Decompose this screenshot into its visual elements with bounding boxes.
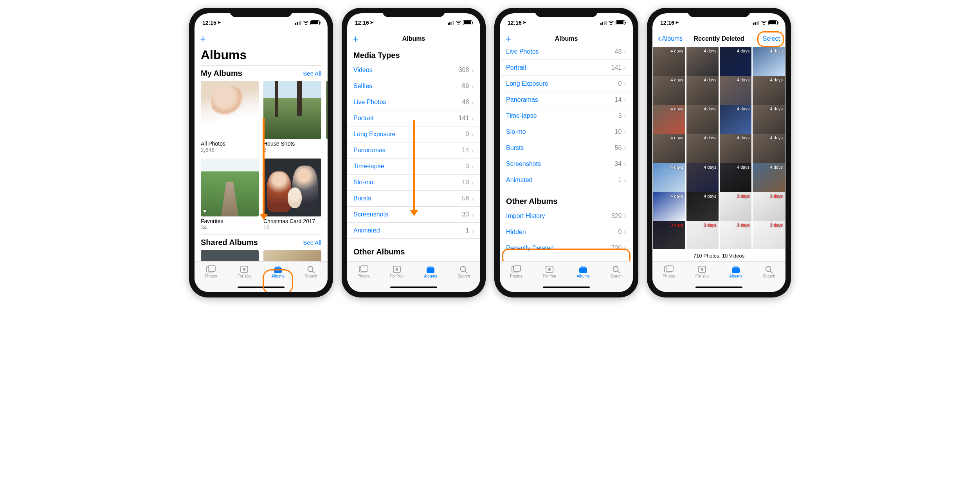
album-tile[interactable]	[263, 250, 321, 261]
tab-for-you[interactable]: For You	[695, 265, 709, 278]
photo-tile[interactable]: 3 days	[753, 192, 785, 224]
tab-for-you[interactable]: For You	[238, 265, 251, 278]
tab-search[interactable]: Search	[610, 265, 623, 278]
home-indicator[interactable]	[238, 287, 285, 288]
album-tile[interactable]: ♥ Favorites 34	[201, 159, 259, 231]
content-area[interactable]: 4 days4 days4 days4 days4 days4 days4 da…	[652, 47, 785, 261]
photo-tile[interactable]: 4 days	[653, 163, 685, 195]
home-indicator[interactable]	[543, 287, 590, 288]
album-tile[interactable]: House Shots 6	[263, 81, 321, 153]
see-all-button[interactable]: See All	[303, 239, 321, 246]
wifi-icon	[303, 20, 309, 26]
tab-albums[interactable]: Albums	[424, 265, 437, 278]
tab-search[interactable]: Search	[763, 265, 775, 278]
chevron-right-icon: ›	[624, 48, 627, 56]
photo-tile[interactable]: 3 days	[753, 221, 785, 249]
list-row[interactable]: Animated1 ›	[347, 223, 480, 239]
photo-tile[interactable]: 4 days	[686, 47, 719, 79]
row-count: 56 ›	[462, 195, 474, 202]
photo-tile[interactable]: 4 days	[720, 76, 752, 108]
days-badge: 3 days	[704, 223, 716, 227]
add-button[interactable]: +	[505, 34, 511, 44]
photo-tile[interactable]: 3 days	[720, 192, 752, 224]
photo-tile[interactable]: 4 days	[653, 134, 685, 166]
photo-tile[interactable]: 3 days	[653, 221, 685, 249]
tab-photos[interactable]: Photos	[357, 265, 369, 278]
tab-albums[interactable]: Albums	[271, 265, 284, 278]
list-row[interactable]: Portrait141 ›	[500, 60, 633, 76]
album-tile[interactable]: Christmas Card 2017 16	[263, 159, 321, 231]
album-tile[interactable]: All Photos 2,646	[201, 81, 259, 153]
tab-photos[interactable]: Photos	[663, 265, 675, 278]
list-row[interactable]: Live Photos48 ›	[347, 94, 480, 110]
photo-tile[interactable]: 4 days	[686, 192, 719, 224]
wifi-icon	[456, 20, 461, 26]
tab-for-you[interactable]: For You	[543, 265, 556, 278]
home-indicator[interactable]	[695, 287, 742, 288]
list-row[interactable]: Animated1 ›	[500, 172, 633, 188]
list-row[interactable]: Long Exposure0 ›	[500, 76, 633, 92]
tab-photos[interactable]: Photos	[510, 265, 522, 278]
photo-tile[interactable]: 4 days	[720, 105, 752, 137]
tab-for-you[interactable]: For You	[390, 265, 404, 278]
list-row[interactable]: Videos308 ›	[347, 62, 480, 78]
album-tile-partial[interactable]	[326, 81, 328, 153]
photo-tile[interactable]: 4 days	[686, 134, 719, 166]
select-button[interactable]: Select	[763, 35, 780, 42]
list-row[interactable]: Time-lapse3 ›	[500, 108, 633, 124]
photo-tile[interactable]: 3 days	[720, 221, 752, 249]
add-button[interactable]: +	[200, 34, 206, 44]
photo-tile[interactable]: 4 days	[653, 105, 685, 137]
tab-albums[interactable]: Albums	[729, 265, 742, 278]
photo-tile[interactable]: 4 days	[686, 163, 719, 195]
status-time: 12:16	[355, 20, 369, 26]
list-row[interactable]: Recently Deleted720 ›	[500, 240, 633, 256]
row-label: Screenshots	[506, 160, 541, 168]
tab-albums[interactable]: Albums	[576, 265, 589, 278]
chevron-right-icon: ›	[471, 211, 474, 218]
notch	[230, 8, 292, 17]
list-row[interactable]: Bursts56 ›	[500, 140, 633, 156]
days-badge: 4 days	[670, 106, 683, 111]
photo-tile[interactable]: 4 days	[720, 163, 752, 195]
row-label: Selfies	[353, 83, 372, 90]
days-badge: 4 days	[770, 49, 783, 53]
content-area[interactable]: Live Photos48 ›Portrait141 ›Long Exposur…	[500, 47, 633, 261]
days-badge: 4 days	[670, 165, 683, 169]
photo-tile[interactable]: 4 days	[753, 76, 785, 108]
photo-tile[interactable]: 4 days	[686, 76, 719, 108]
add-button[interactable]: +	[353, 34, 358, 44]
home-indicator[interactable]	[390, 287, 437, 288]
see-all-button[interactable]: See All	[303, 70, 321, 77]
photo-tile[interactable]: 4 days	[720, 47, 752, 79]
tab-photos[interactable]: Photos	[205, 265, 217, 278]
tab-search[interactable]: Search	[305, 265, 317, 278]
days-badge: 4 days	[704, 135, 716, 140]
photo-tile[interactable]: 4 days	[686, 105, 719, 137]
back-button[interactable]: ‹Albums	[658, 35, 683, 42]
list-row[interactable]: Slo-mo10 ›	[500, 124, 633, 140]
content-area[interactable]: Media Types Videos308 ›Selfies89 ›Live P…	[347, 47, 480, 261]
list-row[interactable]: Screenshots34 ›	[500, 156, 633, 172]
photo-tile[interactable]: 4 days	[653, 47, 685, 79]
tab-search[interactable]: Search	[458, 265, 470, 278]
photo-tile[interactable]: 4 days	[653, 192, 685, 224]
album-tile[interactable]	[201, 250, 259, 261]
list-row[interactable]: Selfies89 ›	[347, 78, 480, 94]
album-name: All Photos	[201, 141, 259, 147]
row-label: Animated	[506, 177, 533, 184]
photo-tile[interactable]: 4 days	[653, 76, 685, 108]
photo-tile[interactable]: 4 days	[753, 134, 785, 166]
list-row[interactable]: Panoramas14 ›	[500, 92, 633, 108]
list-row[interactable]: Live Photos48 ›	[500, 47, 633, 60]
photo-tile[interactable]: 4 days	[720, 134, 752, 166]
photo-tile[interactable]: 4 days	[753, 47, 785, 79]
list-row[interactable]: Import History329 ›	[500, 208, 633, 224]
svg-rect-1	[208, 266, 215, 271]
list-row[interactable]: Hidden0 ›	[500, 224, 633, 240]
row-label: Hidden	[506, 229, 526, 236]
photo-tile[interactable]: 4 days	[753, 105, 785, 137]
photo-tile[interactable]: 4 days	[753, 163, 785, 195]
photo-tile[interactable]: 3 days	[686, 221, 719, 249]
shared-albums-header: Shared Albums	[201, 238, 258, 247]
